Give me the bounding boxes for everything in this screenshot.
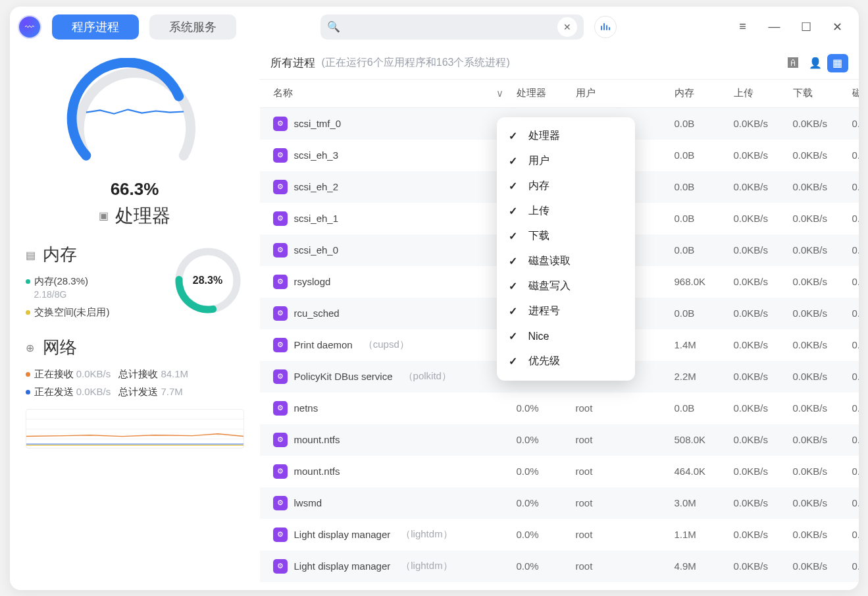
- network-sparkline: [26, 409, 244, 448]
- process-name: Light display manager: [294, 560, 391, 572]
- dropdown-item[interactable]: ✓Nice: [497, 324, 635, 349]
- process-icon: ⚙: [273, 148, 288, 163]
- process-icon: ⚙: [273, 117, 288, 131]
- col-name[interactable]: 名称 ∨: [273, 87, 517, 99]
- clear-search-button[interactable]: ✕: [557, 17, 577, 37]
- process-toolbar: 所有进程 (正在运行6个应用程序和163个系统进程) 🅰 👤 ▦: [260, 47, 859, 79]
- process-icon: ⚙: [273, 559, 288, 574]
- sidebar: 66.3% ▣ 处理器 ▤ 内存 内存(28.3%) 2.18/8G: [10, 47, 260, 590]
- col-disk[interactable]: 磁: [852, 87, 859, 99]
- network-title: 网络: [43, 336, 77, 359]
- cpu-label: ▣ 处理器: [99, 203, 170, 229]
- check-icon: ✓: [509, 155, 521, 167]
- search-box[interactable]: 🔍 ✕: [320, 14, 584, 40]
- process-name: lwsmd: [294, 497, 322, 508]
- check-icon: ✓: [509, 305, 521, 317]
- process-name: scsi_eh_1: [294, 213, 339, 224]
- dropdown-item[interactable]: ✓磁盘读取: [497, 249, 635, 274]
- dropdown-item[interactable]: ✓上传: [497, 199, 635, 224]
- swap-usage-line: 交换空间(未启用): [26, 306, 152, 319]
- check-icon: ✓: [509, 180, 521, 192]
- close-button[interactable]: ✕: [825, 14, 851, 40]
- equalizer-button[interactable]: [594, 16, 617, 38]
- table-row[interactable]: ⚙mount.ntfs0.0%root508.0K0.0KB/s0.0KB/s0…: [260, 424, 859, 456]
- check-icon: ✓: [509, 130, 521, 142]
- view-text-button[interactable]: 🅰: [782, 54, 804, 72]
- process-icon: ⚙: [273, 496, 288, 510]
- col-upload[interactable]: 上传: [734, 87, 793, 99]
- col-user[interactable]: 用户: [576, 87, 675, 99]
- check-icon: ✓: [509, 330, 521, 342]
- menu-button[interactable]: ≡: [730, 14, 756, 40]
- chevron-down-icon[interactable]: ∨: [496, 88, 503, 99]
- memory-card: ▤ 内存 内存(28.3%) 2.18/8G 交换空间(未启用): [26, 243, 244, 319]
- process-icon: ⚙: [273, 243, 288, 257]
- col-cpu[interactable]: 处理器: [517, 87, 576, 99]
- dropdown-item[interactable]: ✓磁盘写入: [497, 274, 635, 299]
- check-icon: ✓: [509, 230, 521, 242]
- app-logo-icon: 〰: [18, 15, 41, 39]
- process-icon: ⚙: [273, 306, 288, 321]
- process-name: scsi_eh_0: [294, 244, 339, 256]
- dropdown-item[interactable]: ✓处理器: [497, 124, 635, 149]
- app-window: 〰 程序进程 系统服务 🔍 ✕ ≡ — ☐ ✕: [10, 7, 859, 590]
- process-name: netns: [294, 402, 319, 414]
- search-input[interactable]: [347, 21, 551, 32]
- process-name: scsi_eh_2: [294, 181, 339, 192]
- dropdown-item[interactable]: ✓用户: [497, 149, 635, 174]
- minimize-button[interactable]: —: [761, 14, 788, 40]
- col-download[interactable]: 下载: [793, 87, 852, 99]
- process-name: Light display manager: [294, 529, 391, 540]
- check-icon: ✓: [509, 255, 521, 267]
- process-icon: ⚙: [273, 528, 288, 542]
- check-icon: ✓: [509, 355, 521, 367]
- table-row[interactable]: ⚙netns0.0%root0.0B0.0KB/s0.0KB/s0.0: [260, 393, 859, 424]
- process-name: scsi_eh_3: [294, 149, 339, 161]
- net-recv-row: 正在接收 0.0KB/s 总计接收 84.1M: [26, 368, 244, 381]
- view-grid-button[interactable]: ▦: [827, 54, 848, 72]
- table-row[interactable]: ⚙lwsmd0.0%root3.0M0.0KB/s0.0KB/s0.0: [260, 487, 859, 519]
- search-icon: 🔍: [327, 20, 340, 33]
- process-icon: ⚙: [273, 369, 288, 384]
- check-icon: ✓: [509, 205, 521, 217]
- process-icon: ⚙: [273, 211, 288, 226]
- memory-icon: ▤: [26, 249, 39, 261]
- column-dropdown[interactable]: ✓处理器✓用户✓内存✓上传✓下载✓磁盘读取✓磁盘写入✓进程号✓Nice✓优先级: [497, 117, 635, 381]
- table-header: 名称 ∨ 处理器 用户 内存 上传 下载 磁: [260, 79, 859, 108]
- process-name: PolicyKit DBus service: [294, 371, 393, 382]
- titlebar: 〰 程序进程 系统服务 🔍 ✕ ≡ — ☐ ✕: [10, 7, 859, 47]
- cpu-gauge-card: 66.3% ▣ 处理器: [26, 58, 244, 229]
- process-name: rsyslogd: [294, 276, 331, 287]
- dropdown-item[interactable]: ✓内存: [497, 174, 635, 199]
- process-name: mount.ntfs: [294, 434, 340, 445]
- process-icon: ⚙: [273, 401, 288, 416]
- process-icon: ⚙: [273, 180, 288, 194]
- col-mem[interactable]: 内存: [675, 87, 734, 99]
- process-name: mount.ntfs: [294, 466, 340, 477]
- memory-ring: 28.3%: [172, 244, 244, 317]
- process-icon: ⚙: [273, 464, 288, 479]
- view-user-button[interactable]: 👤: [805, 54, 826, 72]
- process-name: Print daemon: [294, 339, 353, 350]
- network-card: ⊕ 网络 正在接收 0.0KB/s 总计接收 84.1M 正在发送 0.0KB/…: [26, 336, 244, 448]
- process-list-title: 所有进程: [270, 55, 315, 70]
- process-icon: ⚙: [273, 338, 288, 352]
- table-row[interactable]: ⚙mount.ntfs0.0%root464.0K0.0KB/s0.0KB/s0…: [260, 456, 859, 487]
- process-list-subtitle: (正在运行6个应用程序和163个系统进程): [322, 56, 510, 70]
- check-icon: ✓: [509, 280, 521, 292]
- network-icon: ⊕: [26, 342, 39, 354]
- process-icon: ⚙: [273, 275, 288, 289]
- memory-usage-line: 内存(28.3%) 2.18/8G: [26, 275, 152, 300]
- maximize-button[interactable]: ☐: [793, 14, 819, 40]
- process-name: scsi_tmf_0: [294, 118, 342, 129]
- table-row[interactable]: ⚙Light display manager（lightdm）0.0%root4…: [260, 551, 859, 582]
- process-icon: ⚙: [273, 433, 288, 447]
- tab-services[interactable]: 系统服务: [149, 14, 236, 40]
- dropdown-item[interactable]: ✓进程号: [497, 299, 635, 324]
- table-row[interactable]: ⚙Light display manager（lightdm）0.0%root1…: [260, 519, 859, 551]
- dropdown-item[interactable]: ✓下载: [497, 224, 635, 249]
- tab-processes[interactable]: 程序进程: [52, 14, 139, 40]
- net-send-row: 正在发送 0.0KB/s 总计发送 7.7M: [26, 386, 244, 398]
- cpu-icon: ▣: [99, 209, 109, 222]
- dropdown-item[interactable]: ✓优先级: [497, 349, 635, 374]
